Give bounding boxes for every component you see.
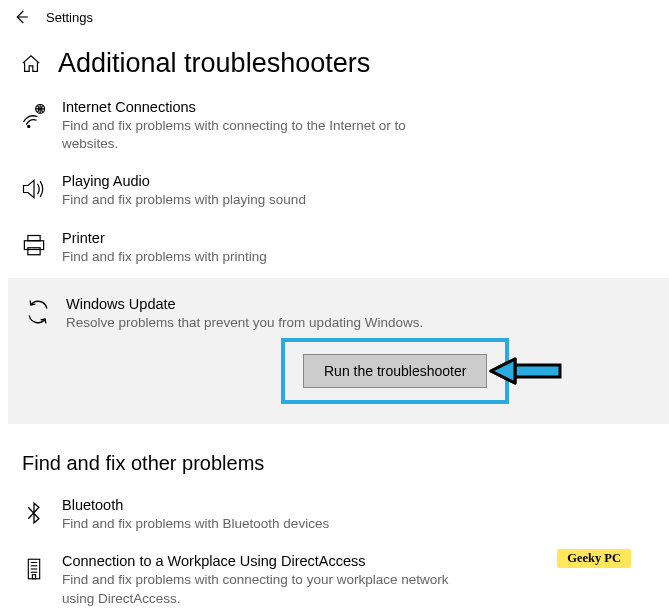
title-row: Additional troubleshooters xyxy=(0,34,669,91)
back-arrow-icon[interactable] xyxy=(12,8,30,26)
troubleshooters-list: Internet Connections Find and fix proble… xyxy=(0,91,669,424)
troubleshooter-desc: Find and fix problems with connecting to… xyxy=(62,571,452,607)
troubleshooter-text: Windows Update Resolve problems that pre… xyxy=(66,296,423,332)
troubleshooter-desc: Resolve problems that prevent you from u… xyxy=(66,314,423,332)
troubleshooter-text: Bluetooth Find and fix problems with Blu… xyxy=(62,497,329,533)
troubleshooter-desc: Find and fix problems with connecting to… xyxy=(62,117,452,153)
section-other-problems-header: Find and fix other problems xyxy=(0,424,669,489)
troubleshooter-text: Connection to a Workplace Using DirectAc… xyxy=(62,553,452,607)
troubleshooter-desc: Find and fix problems with Bluetooth dev… xyxy=(62,515,329,533)
settings-label: Settings xyxy=(46,10,93,25)
troubleshooter-selected-region: Windows Update Resolve problems that pre… xyxy=(8,278,669,424)
troubleshooter-text: Playing Audio Find and fix problems with… xyxy=(62,173,306,209)
run-troubleshooter-button[interactable]: Run the troubleshooter xyxy=(303,354,487,388)
troubleshooter-title: Connection to a Workplace Using DirectAc… xyxy=(62,553,452,569)
page-title: Additional troubleshooters xyxy=(58,48,370,79)
troubleshooter-desc: Find and fix problems with printing xyxy=(62,248,267,266)
svg-rect-5 xyxy=(28,247,40,254)
sync-arrows-icon xyxy=(24,298,52,326)
svg-rect-11 xyxy=(32,575,35,579)
building-icon xyxy=(20,555,48,583)
troubleshooter-windows-update[interactable]: Windows Update Resolve problems that pre… xyxy=(16,288,649,338)
troubleshooter-title: Playing Audio xyxy=(62,173,306,189)
troubleshooter-playing-audio[interactable]: Playing Audio Find and fix problems with… xyxy=(12,165,657,221)
watermark-badge: Geeky PC xyxy=(557,549,631,568)
troubleshooter-title: Internet Connections xyxy=(62,99,452,115)
troubleshooter-text: Internet Connections Find and fix proble… xyxy=(62,99,452,153)
troubleshooter-desc: Find and fix problems with playing sound xyxy=(62,191,306,209)
troubleshooter-title: Bluetooth xyxy=(62,497,329,513)
troubleshooter-text: Printer Find and fix problems with print… xyxy=(62,230,267,266)
printer-icon xyxy=(20,232,48,260)
svg-rect-3 xyxy=(28,235,40,240)
wifi-globe-icon xyxy=(20,101,48,129)
bluetooth-icon xyxy=(20,499,48,527)
troubleshooter-title: Windows Update xyxy=(66,296,423,312)
troubleshooter-bluetooth[interactable]: Bluetooth Find and fix problems with Blu… xyxy=(12,489,657,545)
troubleshooter-internet-connections[interactable]: Internet Connections Find and fix proble… xyxy=(12,91,657,165)
troubleshooter-title: Printer xyxy=(62,230,267,246)
highlight-box: Run the troubleshooter xyxy=(281,338,509,404)
header-bar: Settings xyxy=(0,0,669,34)
home-icon[interactable] xyxy=(20,53,42,75)
troubleshooter-printer[interactable]: Printer Find and fix problems with print… xyxy=(12,222,657,278)
svg-point-1 xyxy=(28,125,30,127)
speaker-icon xyxy=(20,175,48,203)
